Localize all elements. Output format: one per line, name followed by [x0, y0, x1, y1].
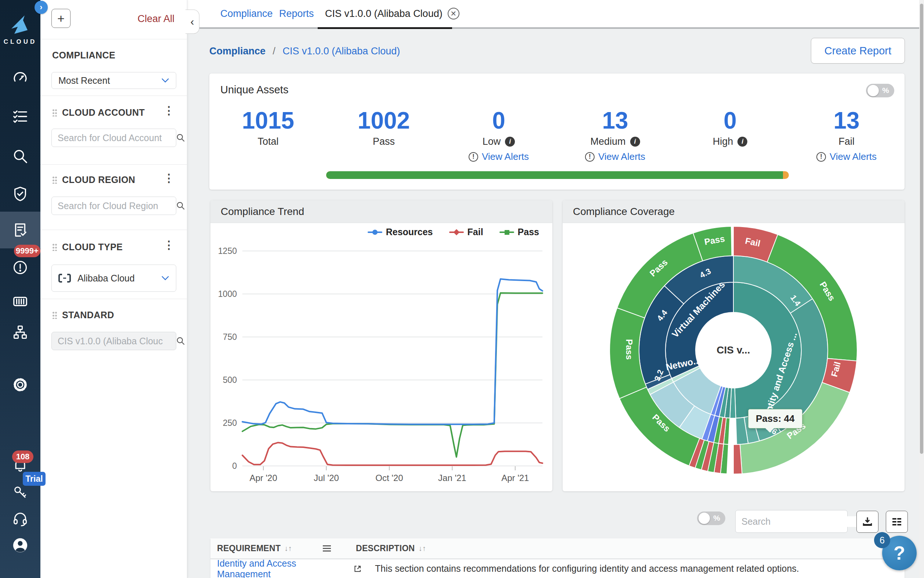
- divider: [40, 39, 187, 39]
- svg-text:Oct '20: Oct '20: [375, 473, 403, 483]
- compliance-trend-card: Compliance Trend Resources Fail Pass 025…: [210, 200, 552, 491]
- columns-button[interactable]: [886, 511, 908, 533]
- requirements-table: REQUIREMENT ↓↑ DESCRIPTION ↓↑ Identity a…: [210, 538, 905, 578]
- tab-compliance[interactable]: Compliance: [220, 0, 273, 27]
- expand-nav-button[interactable]: ›: [34, 1, 48, 14]
- container-icon: [12, 293, 29, 310]
- view-alerts-link[interactable]: !View Alerts: [560, 151, 670, 162]
- trial-badge: Trial: [23, 472, 45, 486]
- percent-toggle[interactable]: %: [866, 84, 894, 97]
- view-alerts-link[interactable]: !View Alerts: [443, 151, 554, 162]
- clear-all-filters-button[interactable]: Clear All: [138, 13, 175, 24]
- chevron-down-icon: [161, 78, 169, 83]
- sidebar-item-dashboard[interactable]: [0, 62, 40, 93]
- external-link-icon: [353, 564, 362, 573]
- requirement-link[interactable]: Identity and Access Management: [217, 559, 362, 578]
- sort-icon[interactable]: ↓↑: [284, 544, 292, 553]
- drag-handle-icon[interactable]: [52, 311, 57, 319]
- standard-section-label: STANDARD: [62, 310, 114, 320]
- svg-text:250: 250: [223, 418, 237, 428]
- trend-card-header: Compliance Trend: [210, 200, 552, 223]
- close-tab-icon[interactable]: ✕: [448, 8, 460, 19]
- table-row[interactable]: Identity and Access Management This sect…: [210, 559, 905, 578]
- cloud-account-search[interactable]: [52, 128, 176, 147]
- legend-label: Pass: [518, 227, 539, 237]
- cloud-type-select-value: Alibaba Cloud: [78, 273, 155, 284]
- column-label: REQUIREMENT: [217, 544, 281, 554]
- compliance-report-icon: [12, 222, 29, 239]
- tab-cis-v100-alibaba[interactable]: CIS v1.0.0 (Alibaba Cloud) ✕: [325, 0, 460, 27]
- legend-item-pass[interactable]: Pass: [500, 227, 539, 237]
- sidebar-item-compliance[interactable]: [0, 212, 40, 248]
- brand-logo[interactable]: CLOUD: [0, 15, 40, 45]
- svg-text:Jul '20: Jul '20: [314, 473, 339, 483]
- sidebar-item-compute[interactable]: [0, 286, 40, 317]
- stat-label: Medium: [590, 136, 625, 147]
- table-header-row: REQUIREMENT ↓↑ DESCRIPTION ↓↑: [210, 538, 905, 559]
- sunburst-tooltip: Pass: 44: [748, 409, 803, 429]
- tab-reports[interactable]: Reports: [279, 0, 314, 27]
- compliance-select[interactable]: Most Recent: [52, 72, 176, 89]
- drag-handle-icon[interactable]: [52, 176, 57, 184]
- column-menu-icon[interactable]: [323, 544, 331, 553]
- sidebar-item-investigate[interactable]: [0, 141, 40, 172]
- add-filter-button[interactable]: +: [52, 9, 71, 28]
- view-alerts-label: View Alerts: [830, 151, 877, 162]
- sidebar-item-profile[interactable]: [0, 530, 40, 561]
- sidebar-item-policies[interactable]: [0, 101, 40, 132]
- sidebar-item-settings[interactable]: [0, 369, 40, 400]
- breadcrumb-current: CIS v1.0.0 (Alibaba Cloud): [283, 45, 400, 57]
- sort-icon[interactable]: ↓↑: [418, 544, 426, 553]
- column-header-description[interactable]: DESCRIPTION ↓↑: [356, 544, 426, 554]
- cloud-account-search-input[interactable]: [58, 133, 176, 143]
- column-label: DESCRIPTION: [356, 544, 414, 554]
- cloud-type-menu-button[interactable]: ⋮: [163, 240, 175, 251]
- stat-label: High: [713, 136, 733, 147]
- cloud-region-search-input[interactable]: [58, 201, 176, 211]
- scrollbar-thumb[interactable]: [920, 4, 923, 454]
- cloud-account-menu-button[interactable]: ⋮: [163, 105, 175, 116]
- legend-label: Resources: [386, 227, 433, 237]
- legend-item-fail[interactable]: Fail: [449, 227, 483, 237]
- table-percent-toggle[interactable]: %: [697, 511, 725, 525]
- tab-bar: Compliance Reports CIS v1.0.0 (Alibaba C…: [187, 0, 919, 29]
- column-header-requirement[interactable]: REQUIREMENT ↓↑: [217, 544, 338, 554]
- info-icon[interactable]: i: [738, 137, 748, 147]
- stat-label: Pass: [373, 136, 395, 147]
- breadcrumb-root-link[interactable]: Compliance: [209, 45, 265, 57]
- table-search-input[interactable]: [741, 516, 860, 527]
- coverage-sunburst-chart[interactable]: FailPassFailPassPassPassPassPass1.41.164…: [563, 223, 905, 491]
- cloud-region-menu-button[interactable]: ⋮: [163, 173, 175, 184]
- info-icon[interactable]: i: [505, 137, 515, 147]
- standard-search[interactable]: [52, 332, 176, 350]
- filter-section-cloud-region: CLOUD REGION: [52, 175, 135, 185]
- cloud-region-search[interactable]: [52, 196, 176, 215]
- info-icon[interactable]: i: [630, 137, 640, 147]
- page-scrollbar[interactable]: [919, 0, 924, 578]
- brand-logo-text: CLOUD: [0, 38, 40, 45]
- download-button[interactable]: [856, 511, 879, 533]
- table-columns-icon: [891, 516, 903, 528]
- left-nav-rail: CLOUD: [0, 0, 40, 578]
- main-content: Compliance Reports CIS v1.0.0 (Alibaba C…: [187, 0, 919, 578]
- unique-assets-title: Unique Assets: [220, 84, 288, 96]
- trend-line-chart[interactable]: 025050075010001250Apr '20Jul '20Oct '20J…: [210, 223, 552, 491]
- view-alerts-link[interactable]: !View Alerts: [791, 151, 901, 162]
- create-report-button[interactable]: Create Report: [811, 38, 905, 63]
- standard-search-input[interactable]: [58, 336, 176, 346]
- cloud-type-select[interactable]: Alibaba Cloud: [52, 265, 176, 292]
- chevron-down-icon: [161, 276, 169, 281]
- stat-low: 0 Lowi !View Alerts: [443, 109, 554, 162]
- breadcrumb: Compliance / CIS v1.0.0 (Alibaba Cloud): [209, 45, 400, 57]
- drag-handle-icon[interactable]: [52, 243, 57, 251]
- table-search[interactable]: [735, 510, 848, 533]
- help-notification-badge: 6: [874, 532, 890, 548]
- resources-marker-icon: [367, 229, 382, 235]
- drag-handle-icon[interactable]: [52, 109, 57, 117]
- trend-legend: Resources Fail Pass: [367, 227, 539, 237]
- sidebar-item-network[interactable]: [0, 317, 40, 347]
- legend-item-resources[interactable]: Resources: [367, 227, 433, 237]
- collapse-filter-panel-button[interactable]: ‹: [186, 10, 199, 34]
- sidebar-item-security[interactable]: [0, 179, 40, 209]
- filter-section-cloud-account: CLOUD ACCOUNT: [52, 107, 145, 118]
